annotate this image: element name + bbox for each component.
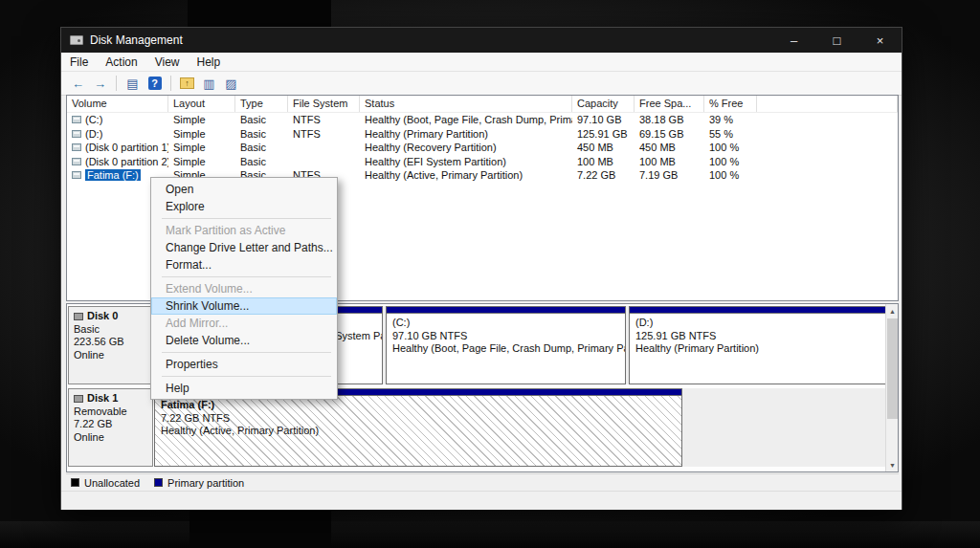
legend-primary-partition: Primary partition bbox=[154, 477, 244, 489]
volume-list-view-icon[interactable]: ▥ bbox=[199, 74, 219, 93]
cell-fs: NTFS bbox=[288, 128, 360, 140]
forward-icon[interactable]: → bbox=[90, 74, 110, 93]
col-free-space[interactable]: Free Spa... bbox=[635, 96, 704, 112]
titlebar[interactable]: Disk Management – □ × bbox=[61, 28, 902, 53]
cell-free: 38.18 GB bbox=[635, 114, 704, 125]
menu-separator bbox=[151, 215, 337, 222]
menu-item-delete-volume[interactable]: Delete Volume... bbox=[151, 332, 337, 349]
volume-list-header: Volume Layout Type File System Status Ca… bbox=[67, 96, 898, 113]
disk1-label[interactable]: Disk 1 Removable 7.22 GB Online bbox=[68, 388, 153, 467]
cell-pct-free: 39 % bbox=[704, 114, 757, 125]
partition-d[interactable]: (D:) 125.91 GB NTFS Healthy (Primary Par… bbox=[629, 306, 887, 384]
volume-context-menu: Open Explore Mark Partition as Active Ch… bbox=[150, 177, 338, 400]
menu-item-open[interactable]: Open bbox=[151, 181, 337, 198]
menu-item-format[interactable]: Format... bbox=[151, 256, 337, 274]
partition-name: Fatima (F:) bbox=[161, 399, 676, 412]
menu-item-explore[interactable]: Explore bbox=[151, 198, 337, 215]
volume-icon bbox=[72, 158, 81, 165]
menu-item-extend-volume: Extend Volume... bbox=[151, 280, 337, 297]
partition-c[interactable]: (C:) 97.10 GB NTFS Healthy (Boot, Page F… bbox=[386, 306, 626, 384]
disk-icon bbox=[74, 313, 83, 320]
cell-pct-free: 55 % bbox=[704, 128, 757, 140]
console-tree-icon[interactable]: ▤ bbox=[122, 74, 143, 93]
cell-type: Basic bbox=[235, 114, 288, 125]
volume-row-partition1[interactable]: (Disk 0 partition 1) Simple Basic Health… bbox=[67, 141, 898, 155]
menu-item-help[interactable]: Help bbox=[151, 380, 337, 397]
disk-size: 223.56 GB bbox=[74, 336, 147, 349]
cell-pct-free: 100 % bbox=[704, 169, 757, 181]
volume-row-c[interactable]: (C:) Simple Basic NTFS Healthy (Boot, Pa… bbox=[67, 113, 898, 127]
col-file-system[interactable]: File System bbox=[288, 96, 360, 112]
minimize-button[interactable]: – bbox=[772, 28, 815, 53]
volume-icon bbox=[72, 143, 81, 151]
status-bar bbox=[61, 491, 902, 510]
menu-item-shrink-volume[interactable]: Shrink Volume... bbox=[151, 297, 337, 315]
toolbar: ← → ▤ ? ↑ ▥ ▨ bbox=[61, 72, 902, 96]
volume-name: (Disk 0 partition 1) bbox=[85, 142, 168, 153]
col-capacity[interactable]: Capacity bbox=[572, 96, 635, 112]
disk-icon bbox=[74, 395, 83, 403]
graphical-view-icon[interactable]: ▨ bbox=[221, 74, 241, 93]
up-folder-icon[interactable]: ↑ bbox=[177, 74, 197, 93]
help-icon[interactable]: ? bbox=[145, 74, 165, 93]
partition-name: (D:) bbox=[635, 317, 880, 330]
maximize-button[interactable]: □ bbox=[815, 28, 858, 53]
cell-free: 450 MB bbox=[635, 142, 704, 153]
disk-status: Online bbox=[74, 349, 147, 362]
partition-fatima-selected[interactable]: Fatima (F:) 7.22 GB NTFS Healthy (Active… bbox=[154, 388, 682, 467]
volume-row-partition2[interactable]: (Disk 0 partition 2) Simple Basic Health… bbox=[67, 155, 898, 169]
menu-view[interactable]: View bbox=[146, 53, 189, 71]
cell-pct-free: 100 % bbox=[704, 142, 757, 153]
back-icon[interactable]: ← bbox=[68, 74, 88, 93]
disk-status: Online bbox=[74, 431, 147, 445]
cell-free: 7.19 GB bbox=[635, 169, 704, 181]
menu-file[interactable]: File bbox=[61, 53, 97, 71]
cell-status: Healthy (EFI System Partition) bbox=[360, 156, 572, 167]
cell-free: 100 MB bbox=[635, 156, 704, 167]
menu-item-change-drive-letter[interactable]: Change Drive Letter and Paths... bbox=[151, 239, 337, 256]
disk-name: Disk 0 bbox=[87, 310, 118, 323]
col-volume[interactable]: Volume bbox=[67, 96, 168, 112]
close-button[interactable]: × bbox=[858, 28, 902, 53]
legend-unallocated: Unallocated bbox=[71, 477, 140, 489]
toolbar-separator bbox=[170, 76, 171, 91]
disk0-label[interactable]: Disk 0 Basic 223.56 GB Online bbox=[68, 306, 153, 384]
disk1-row: Disk 1 Removable 7.22 GB Online Fatima (… bbox=[68, 388, 884, 467]
col-status[interactable]: Status bbox=[360, 96, 572, 112]
volume-icon bbox=[72, 130, 81, 138]
partition-status: Healthy (Primary Partition) bbox=[635, 342, 880, 356]
scrollbar-thumb[interactable] bbox=[887, 318, 898, 419]
scroll-up-icon[interactable]: ▲ bbox=[886, 304, 899, 318]
window-controls: – □ × bbox=[772, 28, 902, 53]
cell-capacity: 97.10 GB bbox=[572, 114, 635, 125]
scroll-down-icon[interactable]: ▼ bbox=[886, 458, 899, 471]
window-title: Disk Management bbox=[90, 33, 183, 47]
vertical-scrollbar[interactable]: ▲ ▼ bbox=[885, 304, 898, 471]
volume-icon bbox=[72, 171, 81, 179]
up-folder-glyph: ↑ bbox=[180, 77, 194, 89]
menu-item-properties[interactable]: Properties bbox=[151, 356, 337, 373]
menu-bar: File Action View Help bbox=[61, 53, 902, 72]
cell-capacity: 125.91 GB bbox=[572, 128, 635, 140]
menu-help[interactable]: Help bbox=[189, 53, 230, 71]
cell-pct-free: 100 % bbox=[704, 156, 757, 167]
cell-layout: Simple bbox=[168, 128, 235, 140]
monitor-bezel-top bbox=[188, 0, 331, 27]
toolbar-separator bbox=[116, 76, 117, 91]
col-layout[interactable]: Layout bbox=[168, 96, 235, 112]
menu-separator bbox=[151, 274, 337, 280]
menu-action[interactable]: Action bbox=[97, 53, 145, 71]
col-type[interactable]: Type bbox=[235, 96, 288, 112]
menu-separator bbox=[151, 373, 337, 380]
partition-size: 97.10 GB NTFS bbox=[392, 330, 619, 343]
help-glyph: ? bbox=[148, 77, 162, 90]
cell-capacity: 7.22 GB bbox=[572, 169, 635, 181]
volume-name: (Disk 0 partition 2) bbox=[85, 156, 168, 167]
volume-icon bbox=[72, 116, 81, 123]
cell-status: Healthy (Active, Primary Partition) bbox=[360, 169, 572, 181]
partition-status: Healthy (Active, Primary Partition) bbox=[161, 425, 676, 438]
legend-label: Primary partition bbox=[167, 477, 244, 489]
volume-row-d[interactable]: (D:) Simple Basic NTFS Healthy (Primary … bbox=[67, 127, 898, 142]
cell-fs: NTFS bbox=[288, 114, 360, 125]
col-pct-free[interactable]: % Free bbox=[704, 96, 757, 112]
